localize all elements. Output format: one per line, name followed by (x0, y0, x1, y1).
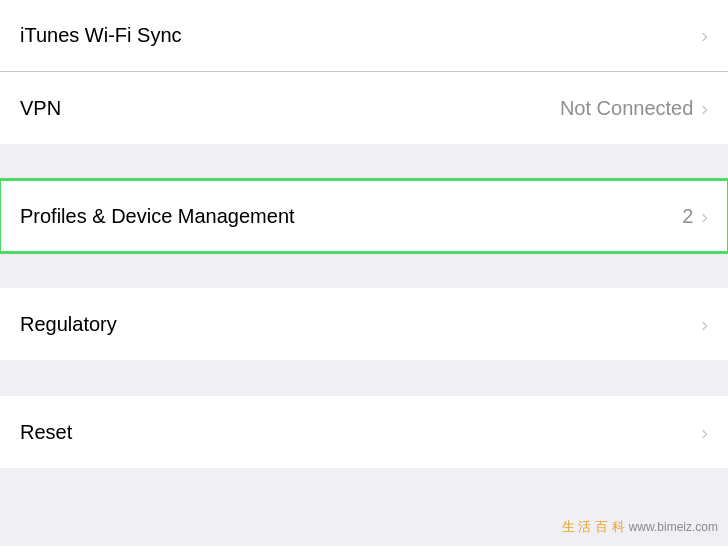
regulatory-left: Regulatory (20, 313, 701, 336)
profiles-device-management-left: Profiles & Device Management (20, 205, 682, 228)
vpn-chevron: › (701, 97, 708, 120)
reset-row[interactable]: Reset › (0, 396, 728, 468)
reset-right: › (701, 421, 708, 444)
vpn-right: Not Connected › (560, 97, 708, 120)
reset-label: Reset (20, 421, 72, 444)
watermark: 生 活 百 科 www.bimeiz.com (562, 518, 718, 536)
profiles-device-management-group: Profiles & Device Management 2 › (0, 180, 728, 252)
profiles-chevron: › (701, 205, 708, 228)
vpn-row[interactable]: VPN Not Connected › (0, 72, 728, 144)
settings-group-top: iTunes Wi-Fi Sync › VPN Not Connected › (0, 0, 728, 144)
profiles-device-management-row[interactable]: Profiles & Device Management 2 › (0, 180, 728, 252)
reset-chevron: › (701, 421, 708, 444)
itunes-wifi-sync-right: › (701, 24, 708, 47)
gap-2 (0, 252, 728, 288)
vpn-left: VPN (20, 97, 560, 120)
regulatory-right: › (701, 313, 708, 336)
gap-3 (0, 360, 728, 396)
itunes-wifi-sync-left: iTunes Wi-Fi Sync (20, 24, 701, 47)
itunes-wifi-sync-row[interactable]: iTunes Wi-Fi Sync › (0, 0, 728, 72)
regulatory-label: Regulatory (20, 313, 117, 336)
reset-left: Reset (20, 421, 701, 444)
settings-group-regulatory: Regulatory › (0, 288, 728, 360)
itunes-wifi-sync-label: iTunes Wi-Fi Sync (20, 24, 182, 47)
vpn-label: VPN (20, 97, 61, 120)
watermark-chinese: 生 活 百 科 (562, 518, 625, 536)
profiles-badge: 2 (682, 205, 693, 228)
profiles-device-management-label: Profiles & Device Management (20, 205, 295, 228)
regulatory-chevron: › (701, 313, 708, 336)
watermark-url: www.bimeiz.com (629, 520, 718, 534)
settings-group-reset: Reset › (0, 396, 728, 468)
itunes-wifi-sync-chevron: › (701, 24, 708, 47)
regulatory-row[interactable]: Regulatory › (0, 288, 728, 360)
profiles-device-management-right: 2 › (682, 205, 708, 228)
gap-1 (0, 144, 728, 180)
vpn-value: Not Connected (560, 97, 693, 120)
